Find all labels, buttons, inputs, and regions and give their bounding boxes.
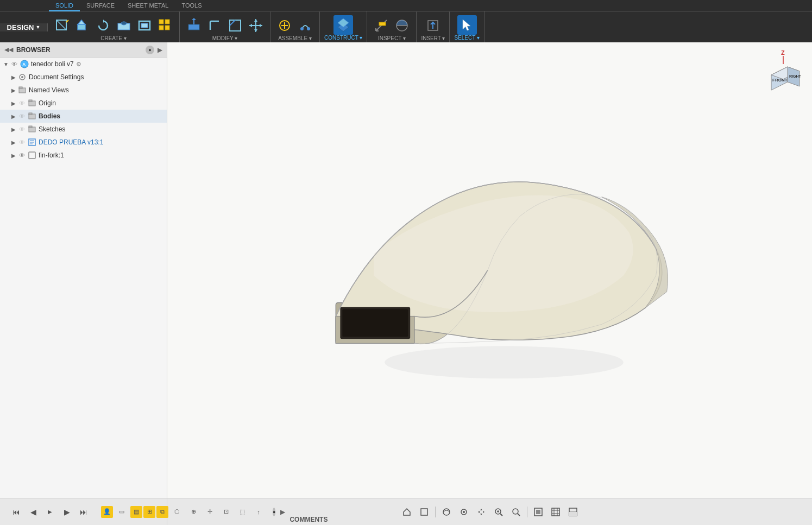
- tree-item-origin[interactable]: ▶ 👁 Origin: [0, 97, 167, 110]
- svg-point-29: [307, 27, 310, 30]
- tree-item-sketches[interactable]: ▶ 👁 Sketches: [0, 123, 167, 136]
- origin-arrow: ▶: [10, 100, 17, 106]
- bottom-icon-2[interactable]: ▭: [114, 504, 129, 520]
- tab-solid[interactable]: SOLID: [49, 1, 80, 11]
- doc-settings-icon: [17, 72, 27, 82]
- display-mode-button[interactable]: [531, 504, 546, 520]
- dedo-prueba-eye[interactable]: 👁: [17, 138, 26, 147]
- bodies-icon: [27, 111, 37, 121]
- dedo-prueba-label: DEDO PRUEBA v13:1: [39, 138, 103, 146]
- svg-rect-84: [552, 508, 559, 516]
- modify-buttons: [184, 11, 266, 35]
- svg-rect-35: [379, 22, 386, 26]
- svg-rect-87: [569, 512, 577, 516]
- svg-line-77: [518, 514, 520, 516]
- svg-point-69: [443, 509, 450, 515]
- home-view-button[interactable]: [399, 504, 414, 520]
- svg-rect-48: [29, 100, 32, 102]
- nav-last-button[interactable]: ⏭: [76, 504, 91, 520]
- nav-first-button[interactable]: ⏮: [9, 504, 24, 520]
- bodies-eye[interactable]: 👁: [17, 112, 26, 121]
- z-axis-label: Z: [781, 50, 785, 56]
- svg-rect-57: [29, 152, 35, 159]
- env-button[interactable]: [565, 504, 581, 520]
- measure-button[interactable]: [372, 16, 391, 35]
- nav-next-button[interactable]: ▶: [59, 504, 74, 520]
- nav-play-button[interactable]: ▶: [42, 504, 58, 520]
- tree-item-fin-fork[interactable]: ▶ 👁 fin-fork:1: [0, 149, 167, 162]
- pattern-button[interactable]: [155, 16, 175, 35]
- tree-item-dedo-prueba[interactable]: ▶ 👁 DEDO PRUEBA v13:1: [0, 136, 167, 149]
- section-analysis-button[interactable]: [392, 16, 412, 35]
- grid-button[interactable]: [548, 504, 563, 520]
- modify-group: MODIFY ▾: [180, 11, 270, 43]
- press-pull-button[interactable]: [184, 16, 204, 35]
- offset-plane-button[interactable]: [333, 15, 353, 35]
- move-button[interactable]: [246, 16, 266, 35]
- doc-settings-arrow: ▶: [10, 74, 17, 80]
- create-label: CREATE ▾: [100, 35, 127, 43]
- zoom-fit-button[interactable]: [508, 504, 524, 520]
- view-cube[interactable]: Z FRONT RIGHT: [760, 50, 804, 94]
- svg-rect-11: [165, 20, 169, 24]
- extrude-button[interactable]: [73, 16, 92, 35]
- root-eye[interactable]: 👁: [10, 60, 18, 68]
- sketches-eye[interactable]: 👁: [17, 125, 26, 134]
- viewport[interactable]: Z FRONT RIGHT: [167, 42, 812, 498]
- pan-button[interactable]: [474, 504, 489, 520]
- inspect-buttons: [372, 11, 412, 35]
- bottom-icon-1[interactable]: 👤: [101, 506, 113, 518]
- design-chevron: ▼: [35, 24, 40, 30]
- bottom-icon-4[interactable]: ⊞: [143, 506, 155, 518]
- bottom-icon-5[interactable]: ⧉: [156, 506, 168, 518]
- origin-eye[interactable]: 👁: [17, 99, 26, 107]
- browser-back-arrow[interactable]: ◀◀: [4, 46, 13, 53]
- nav-prev-button[interactable]: ◀: [26, 504, 41, 520]
- back-view-button[interactable]: [417, 504, 432, 520]
- right-label: RIGHT: [789, 74, 802, 78]
- tree-item-named-views[interactable]: ▶ Named Views: [0, 84, 167, 97]
- chamfer-button[interactable]: [225, 16, 245, 35]
- dedo-prueba-arrow: ▶: [10, 140, 17, 146]
- tab-sheet-metal[interactable]: SHEET METAL: [121, 1, 175, 11]
- inspect-group: INSPECT ▾: [367, 11, 417, 43]
- fin-fork-label: fin-fork:1: [39, 151, 64, 159]
- bottom-icon-3[interactable]: ▤: [130, 506, 142, 518]
- hole-button[interactable]: [114, 16, 134, 35]
- fillet-button[interactable]: [205, 16, 224, 35]
- viewport-controls: [167, 504, 812, 520]
- new-component-button[interactable]: [275, 16, 294, 35]
- svg-marker-16: [192, 18, 196, 20]
- design-menu[interactable]: DESIGN ▼: [0, 23, 48, 31]
- browser-options-button[interactable]: ●: [146, 46, 154, 54]
- tree-item-bodies[interactable]: ▶ 👁 Bodies: [0, 110, 167, 123]
- shell-button[interactable]: [135, 16, 154, 35]
- svg-rect-14: [188, 24, 199, 30]
- orbit-button[interactable]: [439, 504, 454, 520]
- browser-collapse-button[interactable]: ▶: [158, 46, 162, 54]
- svg-text:A: A: [22, 62, 26, 67]
- tree-item-root[interactable]: ▼ 👁 A tenedor boli v7 ⚙: [0, 58, 167, 71]
- tab-tools[interactable]: TOOLS: [175, 1, 208, 11]
- fin-fork-eye[interactable]: 👁: [17, 151, 26, 160]
- model-viewport: [167, 42, 812, 498]
- insert-button[interactable]: [423, 16, 443, 35]
- tree-item-doc-settings[interactable]: ▶ Document Settings: [0, 71, 167, 84]
- look-button[interactable]: [456, 504, 471, 520]
- root-settings-icon: ⚙: [76, 61, 81, 68]
- new-sketch-button[interactable]: [52, 16, 72, 35]
- svg-rect-10: [159, 20, 163, 24]
- select-label: SELECT ▾: [454, 35, 480, 42]
- bottom-bar: ⏮ ◀ ▶ ▶ ⏭ 👤 ▭ ▤ ⊞ ⧉ ⬡ ⊕ ✛ ⊡ ⬚ ↑ ● ▶ COMM…: [0, 498, 812, 525]
- joint-button[interactable]: [295, 16, 315, 35]
- svg-rect-3: [78, 24, 85, 30]
- select-button[interactable]: [457, 15, 477, 35]
- tab-surface[interactable]: SURFACE: [80, 1, 121, 11]
- insert-buttons: [423, 11, 443, 35]
- named-views-arrow: ▶: [10, 87, 17, 93]
- svg-rect-17: [230, 20, 241, 31]
- bodies-arrow: ▶: [10, 113, 17, 119]
- zoom-button[interactable]: [491, 504, 506, 520]
- browser-title: BROWSER: [16, 46, 142, 54]
- revolve-button[interactable]: [93, 16, 113, 35]
